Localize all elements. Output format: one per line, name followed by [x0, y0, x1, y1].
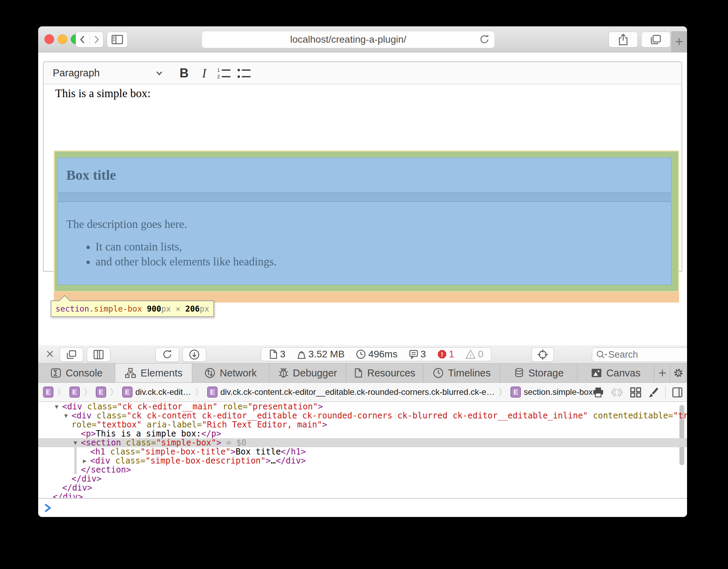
element-badge-icon: E — [122, 387, 133, 398]
tab-storage[interactable]: Storage — [500, 364, 577, 382]
source-code-icon[interactable] — [610, 387, 624, 398]
tab-network[interactable]: Network — [192, 364, 269, 382]
italic-button[interactable]: I — [194, 64, 214, 82]
inspector-reload-button[interactable] — [155, 347, 179, 362]
tab-overview-button[interactable] — [641, 32, 670, 48]
details-sidebar-toggle-icon[interactable] — [672, 387, 683, 398]
back-button[interactable] — [76, 34, 90, 45]
breadcrumb-toolbar-icons — [592, 383, 683, 402]
dom-node[interactable]: </section> — [38, 465, 687, 474]
paragraph-dropdown-label: Paragraph — [53, 67, 100, 79]
minimize-window-button[interactable] — [58, 34, 67, 44]
close-inspector-button[interactable] — [44, 348, 56, 360]
inspector-search-field[interactable] — [592, 347, 687, 362]
editor-toolbar: Paragraph B I 1 2 — [43, 61, 682, 84]
breadcrumb-separator: 〉 — [83, 386, 92, 398]
dom-node[interactable]: </div> — [38, 483, 687, 492]
print-styles-icon[interactable] — [592, 387, 604, 398]
dom-node-selected[interactable]: ▼<section class="simple-box"> = $0 — [38, 438, 687, 447]
url-bar[interactable]: localhost/creating-a-plugin/ — [202, 31, 495, 48]
dom-token-attr: class= — [96, 411, 127, 421]
resource-stats-bar[interactable]: 3 3.52 MB 496ms — [261, 347, 491, 361]
detach-inspector-button[interactable] — [60, 347, 83, 362]
tab-canvas[interactable]: Canvas — [577, 364, 654, 382]
element-picker-button[interactable] — [532, 347, 554, 362]
elements-tab-icon — [125, 368, 136, 378]
dom-node[interactable]: </div> — [38, 474, 687, 483]
dom-token-plain: Box title — [236, 447, 281, 457]
console-prompt-row[interactable] — [38, 498, 687, 517]
styles-brush-icon[interactable] — [648, 387, 659, 398]
breadcrumb-item[interactable]: E — [43, 387, 53, 398]
screenshot-stage: localhost/creating-a-plugin/ — [0, 0, 728, 569]
box-title: Box title — [58, 158, 671, 183]
element-size-tooltip: section.simple-box 900px × 206px — [51, 300, 214, 317]
breadcrumb-item[interactable]: Ediv.ck.ck-edit… — [122, 387, 191, 398]
disclosure-closed-icon[interactable]: ▶ — [83, 456, 86, 465]
download-icon — [189, 349, 200, 360]
share-button[interactable] — [609, 32, 638, 48]
sidebar-toggle-button[interactable] — [107, 32, 128, 48]
numbered-list-button[interactable]: 1 2 — [214, 64, 234, 82]
element-badge-icon: E — [207, 387, 218, 398]
forward-button[interactable] — [90, 34, 103, 45]
box-list: It can contain lists,and other block ele… — [58, 240, 671, 268]
dom-node[interactable]: ▼<div class="ck ck-content ck-editor__ed… — [38, 411, 687, 420]
dom-node[interactable]: ▼<div class="ck ck-editor__main" role="p… — [38, 402, 687, 411]
network-tab-icon — [204, 367, 215, 379]
add-tab-button[interactable] — [654, 364, 670, 382]
close-window-button[interactable] — [44, 34, 54, 44]
weight-icon — [297, 349, 306, 359]
tab-elements[interactable]: Elements — [115, 364, 192, 382]
disclosure-open-icon[interactable]: ▼ — [74, 438, 77, 447]
breadcrumb-item[interactable]: Ediv.ck.ck-content.ck-editor__editable.c… — [207, 387, 495, 398]
dom-node[interactable]: <h1 class="simple-box-title">Box title</… — [38, 447, 687, 456]
divider — [665, 387, 666, 398]
dom-token-tag: </h1> — [281, 447, 306, 457]
tab-label: Storage — [528, 367, 564, 379]
dom-token-tag: </div> — [62, 483, 92, 493]
bold-button[interactable]: B — [174, 64, 194, 82]
reload-button[interactable] — [479, 34, 490, 45]
breadcrumb-item[interactable]: E — [96, 387, 106, 398]
browser-titlebar: localhost/creating-a-plugin/ — [38, 26, 687, 52]
grid-overlay-icon[interactable] — [630, 387, 642, 398]
inspector-settings-button[interactable] — [670, 364, 686, 382]
dom-token-tag: <h1 — [90, 447, 110, 457]
breadcrumb-item[interactable]: Esection.simple-box — [510, 387, 593, 398]
search-input[interactable] — [608, 349, 671, 360]
box-list-item: and other block elements like headings. — [95, 255, 671, 268]
dock-side-button[interactable] — [87, 347, 110, 362]
dom-token-str: "simple-box-description" — [145, 456, 266, 466]
split-view-icon — [93, 349, 104, 360]
dom-token-tag: </div> — [71, 474, 102, 484]
bulleted-list-button[interactable] — [234, 64, 254, 82]
sidebar-icon — [111, 35, 123, 44]
paragraph-dropdown[interactable]: Paragraph — [53, 67, 163, 79]
disclosure-open-icon[interactable]: ▼ — [64, 411, 68, 420]
download-button[interactable] — [183, 347, 206, 362]
inspector-tab-bar: ConsoleElementsNetworkDebuggerResourcesT… — [38, 364, 687, 383]
canvas-tab-icon — [591, 368, 602, 378]
disclosure-open-icon[interactable]: ▼ — [55, 402, 58, 411]
dom-token-tag: <div — [90, 456, 115, 466]
tab-label: Canvas — [606, 367, 640, 379]
tab-timelines[interactable]: Timelines — [423, 364, 500, 382]
tab-resources[interactable]: Resources — [346, 364, 423, 382]
dom-node[interactable]: role="textbox" aria-label="Rich Text Edi… — [38, 420, 687, 429]
italic-button-label: I — [202, 66, 206, 80]
dom-node[interactable]: </div> — [38, 492, 687, 498]
dom-token-attr: role= — [71, 420, 96, 430]
dom-token-tag: > — [231, 447, 236, 457]
tab-debugger[interactable]: Debugger — [269, 364, 346, 382]
breadcrumb-separator: 〉 — [195, 386, 204, 398]
new-tab-button[interactable] — [671, 31, 687, 52]
editor-content[interactable]: This is a simple box: Box title The desc… — [43, 84, 682, 272]
tab-console[interactable]: Console — [38, 364, 115, 382]
clock-icon — [356, 349, 366, 359]
chevron-right-icon — [92, 34, 101, 45]
breadcrumb-item[interactable]: E — [69, 387, 80, 398]
dom-token-plain — [142, 420, 146, 430]
dom-node[interactable]: <p>This is a simple box:</p> — [38, 429, 687, 438]
dom-node[interactable]: ▶<div class="simple-box-description">…</… — [38, 456, 687, 465]
